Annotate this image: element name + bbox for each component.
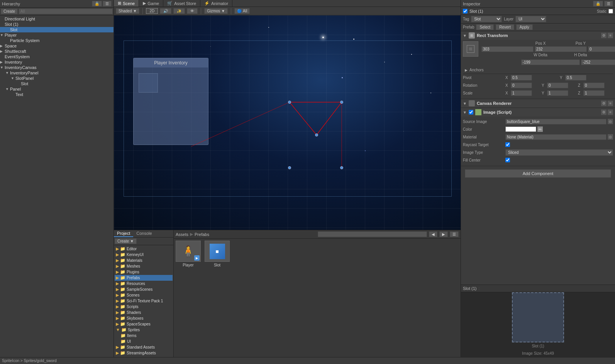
hierarchy-item-particle-system-4[interactable]: Particle System [0,38,114,43]
folder-item-skyboxes[interactable]: ▶ 📁Skyboxes [115,315,173,321]
scale-x-field[interactable] [511,90,532,96]
hierarchy-item-directional-light-0[interactable]: Directional Light [0,16,114,22]
w-delta-field[interactable] [521,59,580,65]
rect-transform-menu[interactable]: ≡ [608,33,613,38]
transform-handle-br[interactable] [340,166,343,169]
folder-item-sci-fi-texture-pack-1[interactable]: ▶ 📁Sci-Fi Texture Pack 1 [115,298,173,304]
add-component-btn[interactable]: Add Component [465,169,611,178]
rot-y-field[interactable] [547,83,568,88]
tag-select[interactable]: Slot [471,16,502,22]
project-nav-fwd[interactable]: ▶ [439,231,448,237]
folder-item-ui[interactable]: 📁UI [115,339,173,344]
scene-view[interactable]: Player Inventory [114,15,461,230]
btn-effects[interactable]: ✨ [173,8,185,14]
folder-item-meshes[interactable]: ▶ 📁Meshes [115,263,173,269]
image-type-select[interactable]: Sliced [505,149,613,156]
inspector-lock-btn[interactable]: 🔒 [593,1,603,7]
color-swatch[interactable] [505,126,536,132]
hierarchy-item-space-5[interactable]: ▶Space [0,43,114,49]
rect-transform-settings[interactable]: ⚙ [601,33,607,38]
pos-y-field[interactable] [535,46,587,52]
folder-item-kenneyui[interactable]: ▶ 📁KenneyUI [115,252,173,258]
gizmos-dropdown[interactable]: Gizmos ▼ [204,8,228,14]
static-checkbox[interactable] [608,9,613,13]
prefab-revert-btn[interactable]: Revert [496,24,514,30]
prefab-item-slot[interactable]: ■ Slot [205,241,230,267]
folder-item-streamingassets[interactable]: ▶ 📁StreamingAssets [115,350,173,356]
image-script-enabled[interactable] [469,110,473,115]
rect-transform-header[interactable]: ▼ ⊞ Rect Transform ⚙ ≡ [461,31,615,40]
hierarchy-search-input[interactable] [19,8,113,14]
folder-item-editor[interactable]: ▶ 📁Editor [115,246,173,252]
transform-handle-tl[interactable] [288,101,291,104]
hierarchy-lock-btn[interactable]: 🔒 [92,1,102,7]
hierarchy-item-eventsystem-7[interactable]: EventSystem [0,54,114,59]
tab-scene[interactable]: ⊞ Scene [114,0,139,7]
hierarchy-item-slot-12[interactable]: Slot [0,81,114,86]
scale-y-field[interactable] [547,90,568,96]
pivot-y-field[interactable] [565,75,586,81]
hierarchy-item-shuttlecraft-6[interactable]: ▶Shuttlecraft [0,49,114,54]
btn-hidden[interactable]: 👁 [187,8,198,14]
hierarchy-item-inventorypanel-10[interactable]: ▼InventoryPanel [0,70,114,76]
folder-item-scripts[interactable]: ▶ 📁Scripts [115,304,173,310]
fill-center-checkbox[interactable] [505,158,510,162]
source-image-field[interactable] [505,119,607,125]
tab-asset-store[interactable]: 🛒 Asset Store [163,0,200,7]
tab-project[interactable]: Project [114,230,133,237]
project-create-btn[interactable]: Create ▼ [115,238,137,244]
folder-item-standard-assets[interactable]: ▶ 📁Standard Assets [115,344,173,350]
raycast-checkbox[interactable] [505,142,510,147]
folder-item-scenes[interactable]: ▶ 📁Scenes [115,292,173,298]
hierarchy-menu-btn[interactable]: ☰ [103,1,112,7]
inspector-menu-btn[interactable]: ☰ [604,1,613,7]
folder-item-sprites[interactable]: ▼ 📁Sprites [115,327,173,333]
folder-item-items[interactable]: 📁Items [115,333,173,339]
image-script-menu[interactable]: ≡ [608,110,613,115]
hierarchy-item-text-14[interactable]: Text [0,92,114,97]
pos-z-field[interactable] [588,46,615,52]
rot-x-field[interactable] [511,83,532,88]
pivot-x-field[interactable] [511,75,532,81]
folder-item-prefabs[interactable]: ▶ 📁Prefabs [115,275,173,281]
hierarchy-item-panel-13[interactable]: ▼Panel [0,86,114,92]
transform-handle-bl[interactable] [288,166,291,169]
anchors-header[interactable]: ▶ Anchors [465,67,611,73]
transform-handle-center[interactable] [315,133,318,136]
prefab-apply-btn[interactable]: Apply [516,24,533,30]
hierarchy-item-inventorycanvas-9[interactable]: ▼InventoryCanvas [0,65,114,70]
hierarchy-item-slot-(1)-1[interactable]: Slot (1) [0,22,114,27]
canvas-renderer-settings[interactable]: ⚙ [601,101,607,106]
project-view-toggle[interactable]: ☰ [450,231,459,237]
folder-item-plugins[interactable]: ▶ 📁Plugins [115,269,173,275]
tab-console[interactable]: Console [133,230,155,237]
material-field[interactable] [505,134,607,140]
object-active-checkbox[interactable] [463,9,468,13]
folder-item-shaders[interactable]: ▶ 📁Shaders [115,310,173,315]
source-image-picker[interactable]: ◎ [608,119,613,124]
image-script-settings[interactable]: ⚙ [601,110,607,115]
prefab-select-btn[interactable]: Select [476,24,494,30]
shaded-dropdown[interactable]: Shaded ▼ [116,8,139,14]
hierarchy-item-slotpanel-11[interactable]: ▼SlotPanel [0,76,114,81]
inventory-slot[interactable] [139,73,158,93]
pos-x-field[interactable] [481,46,534,52]
color-picker-btn[interactable]: ✏ [537,126,543,132]
prefab-item-player[interactable]: 🧍 ▶ Player [176,241,201,267]
image-script-header[interactable]: ▼ Image (Script) ⚙ ≡ [461,108,615,116]
hierarchy-item-player-3[interactable]: ▼Player [0,32,114,38]
layer-select[interactable]: UI [515,16,546,22]
folder-item-spacescapes[interactable]: ▶ 📁SpaceScapes [115,321,173,327]
hierarchy-create-btn[interactable]: Create [1,8,18,14]
all-dropdown[interactable]: 🔵 All [234,8,250,14]
hierarchy-item-slot-2[interactable]: Slot [0,27,114,32]
canvas-renderer-header[interactable]: ▼ Canvas Renderer ⚙ ≡ [461,99,615,108]
h-delta-field[interactable] [581,59,615,65]
material-picker[interactable]: ◎ [608,134,613,140]
rot-z-field[interactable] [583,83,605,88]
hierarchy-item-inventory-8[interactable]: ▶Inventory [0,59,114,65]
btn-2d[interactable]: 2D [146,8,158,14]
scale-z-field[interactable] [583,90,605,96]
tab-game[interactable]: ▶ Game [139,0,163,7]
canvas-renderer-menu[interactable]: ≡ [608,101,613,106]
